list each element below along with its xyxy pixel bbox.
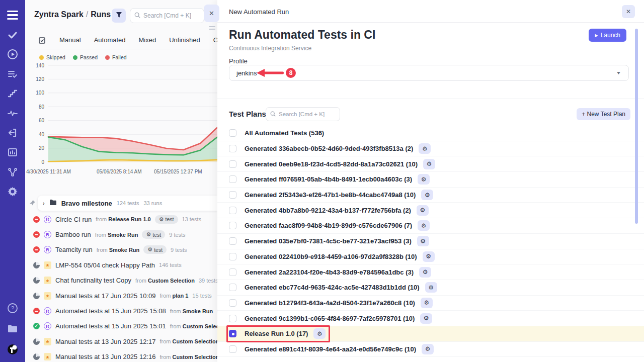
test-plan-settings-button[interactable]: ⚙ — [421, 190, 433, 200]
test-plan-row[interactable]: Generated 0eeb9e18-f23d-4cd5-82dd-8a1a73… — [217, 156, 644, 172]
breadcrumb[interactable]: Zyntra Spark/Runs — [34, 10, 111, 19]
new-test-plan-button[interactable]: + New Test Plan — [577, 108, 630, 120]
chevron-right-icon[interactable]: › — [43, 200, 45, 206]
tab-manual[interactable]: Manual — [59, 36, 81, 44]
run-title[interactable]: Bamboo run — [55, 231, 91, 238]
test-plan-settings-button[interactable]: ⚙ — [425, 282, 437, 293]
test-plan-settings-button[interactable]: ⚙ — [418, 220, 430, 231]
test-plan-settings-button[interactable]: ⚙ — [419, 143, 431, 154]
test-plan-row[interactable]: Generated 022410b9-e918-4459-a106-97d2a9… — [217, 249, 644, 265]
sidebar-list-check-icon[interactable] — [6, 67, 19, 80]
run-title[interactable]: LMP-554 05/04 check Happy Path — [55, 261, 155, 269]
sidebar-bar-chart-icon[interactable] — [6, 146, 19, 159]
checkbox-unchecked[interactable] — [229, 268, 236, 276]
checkbox-checked[interactable] — [229, 330, 236, 337]
checkbox-unchecked[interactable] — [229, 315, 236, 322]
test-plan-row[interactable]: Generated 9c1399b1-c065-4f84-8697-7af2c5… — [217, 311, 644, 326]
checkbox-unchecked[interactable] — [229, 237, 236, 245]
run-row[interactable]: *LMP-554 05/04 check Happy Path146 tests — [25, 257, 217, 273]
run-title[interactable]: Manual tests at 13 Jun 2025 12:17 — [55, 338, 155, 345]
test-plan-settings-button[interactable]: ⚙ — [421, 298, 433, 308]
test-plan-settings-button[interactable]: ⚙ — [419, 267, 431, 278]
run-row[interactable]: RCircle CI runfrom Release Run 1.0⚙test1… — [25, 212, 217, 227]
test-plan-row[interactable]: All Automated Tests (536) — [217, 126, 644, 141]
run-title[interactable]: Manual tests at 13 Jun 2025 12:16 — [55, 353, 155, 360]
run-title[interactable]: Chat functinality test Copy — [55, 277, 131, 284]
breadcrumb-project[interactable]: Zyntra Spark — [34, 10, 84, 19]
sidebar-app-logo[interactable] — [6, 343, 19, 356]
vertical-scrollbar-thumb[interactable] — [635, 29, 638, 224]
sidebar-gear-icon[interactable] — [6, 185, 19, 198]
profile-select[interactable]: jenkins ▼ — [229, 65, 629, 81]
test-badge[interactable]: ⚙test — [143, 245, 167, 254]
run-row[interactable]: RAutomated tests at 15 Jun 2025 15:01fro… — [25, 319, 217, 334]
run-row[interactable]: RBamboo runfrom Smoke Run⚙test9 tests — [25, 227, 217, 242]
checkbox-unchecked[interactable] — [229, 222, 236, 229]
test-plan-settings-button[interactable]: ⚙ — [417, 205, 429, 216]
test-plans-search[interactable] — [266, 107, 340, 121]
test-plan-row[interactable]: Generated 4bb7a8b0-9212-43a4-b137-f772fe… — [217, 203, 644, 218]
run-row[interactable]: *Manual tests at 13 Jun 2025 12:17from C… — [25, 334, 217, 349]
runs-search[interactable] — [130, 8, 204, 23]
checkbox-unchecked[interactable] — [229, 145, 236, 152]
test-plan-row[interactable]: Generated 2a223104-f20e-4b43-83d9-e78459… — [217, 264, 644, 280]
select-runs-icon[interactable] — [38, 36, 46, 44]
test-plan-row[interactable]: Generated b12794f3-643a-4a2d-8504-23f1e7… — [217, 296, 644, 311]
checkbox-unchecked[interactable] — [229, 175, 236, 183]
run-row[interactable]: RAutomated tests at 15 Jun 2025 15:08fro… — [25, 303, 217, 318]
drawer-close-button[interactable]: ✕ — [622, 5, 635, 18]
checkbox-unchecked[interactable] — [229, 345, 236, 353]
test-plan-settings-button[interactable]: ⚙ — [423, 159, 435, 169]
run-title[interactable]: Automated tests at 15 Jun 2025 15:08 — [55, 307, 166, 315]
sidebar-menu-icon[interactable] — [6, 9, 19, 22]
test-plan-row[interactable]: Generated ebc77c4d-9635-424c-ac5e-427483… — [217, 280, 644, 296]
sidebar-branch-icon[interactable] — [6, 165, 19, 178]
test-plan-row[interactable]: Generated 035e7bf0-7381-4c5c-be77-321e73… — [217, 234, 644, 249]
milestone-name[interactable]: Bravo milestone — [61, 200, 112, 207]
sidebar-help-icon[interactable]: ? — [6, 302, 19, 315]
tab-unfinished[interactable]: Unfinished — [169, 36, 200, 44]
tab-mixed[interactable]: Mixed — [139, 36, 156, 44]
checkbox-unchecked[interactable] — [229, 207, 236, 214]
sidebar-check-icon[interactable] — [6, 28, 19, 41]
test-badge[interactable]: ⚙test — [155, 215, 178, 224]
sidebar-steps-icon[interactable] — [6, 87, 19, 100]
launch-button[interactable]: ▶ Launch — [589, 29, 626, 42]
runs-search-input[interactable] — [143, 12, 199, 19]
run-row[interactable]: *Manual tests at 13 Jun 2025 12:16from C… — [25, 349, 217, 362]
sidebar-play-circle-icon[interactable] — [6, 48, 19, 61]
test-plan-row[interactable]: Generated 2f5343e3-ef26-47b1-be8b-44cabc… — [217, 188, 644, 203]
checkbox-unchecked[interactable] — [229, 253, 236, 260]
filter-button[interactable] — [112, 9, 126, 23]
sidebar-import-icon[interactable] — [6, 126, 19, 139]
run-row[interactable]: *Manual tests at 17 Jun 2025 10:09from p… — [25, 288, 217, 303]
runs-panel-close-button[interactable]: ✕ — [204, 5, 219, 22]
test-plan-row[interactable]: Generated faac8f09-94b8-4b19-89d9-c576cd… — [217, 218, 644, 234]
run-row[interactable]: *Chat functinality test Copyfrom Custom … — [25, 273, 217, 288]
checkbox-unchecked[interactable] — [229, 160, 236, 168]
test-plan-settings-button[interactable]: ⚙ — [418, 174, 430, 185]
test-plan-row[interactable]: Generated e891c41f-8039-4e64-aa24-e0d56e… — [217, 342, 644, 357]
run-title[interactable]: Circle CI run — [55, 216, 92, 223]
run-title[interactable]: Automated tests at 15 Jun 2025 15:01 — [55, 322, 166, 330]
checkbox-unchecked[interactable] — [229, 284, 236, 291]
test-plan-settings-button[interactable]: ⚙ — [422, 344, 434, 354]
checkbox-unchecked[interactable] — [229, 129, 236, 137]
run-title[interactable]: Teamcity run — [55, 246, 93, 253]
sidebar-folder-icon[interactable] — [6, 322, 19, 335]
tab-automated[interactable]: Automated — [94, 36, 126, 44]
test-plan-row[interactable]: Generated ff076591-05ab-4b4b-8491-1ecb00… — [217, 172, 644, 188]
test-plan-settings-button[interactable]: ⚙ — [420, 313, 432, 324]
test-plan-settings-button[interactable]: ⚙ — [313, 328, 326, 339]
run-row[interactable]: RTeamcity runfrom Smoke Run⚙test9 tests — [25, 242, 217, 257]
checkbox-unchecked[interactable] — [229, 299, 236, 307]
test-plan-row[interactable]: Generated 336abecb-0b52-4d60-9ded-493f3f… — [217, 141, 644, 157]
checkbox-unchecked[interactable] — [229, 191, 236, 199]
milestone-card[interactable]: › Bravo milestone 124 tests 33 runs — [38, 196, 217, 211]
sidebar-activity-icon[interactable] — [6, 107, 19, 120]
test-plans-search-input[interactable] — [279, 111, 333, 117]
test-plan-row[interactable]: Release Run 1.0 (17)⚙ — [217, 326, 644, 342]
test-plan-settings-button[interactable]: ⚙ — [423, 251, 435, 262]
run-title[interactable]: Manual tests at 17 Jun 2025 10:09 — [55, 292, 155, 300]
test-badge[interactable]: ⚙test — [142, 230, 165, 239]
